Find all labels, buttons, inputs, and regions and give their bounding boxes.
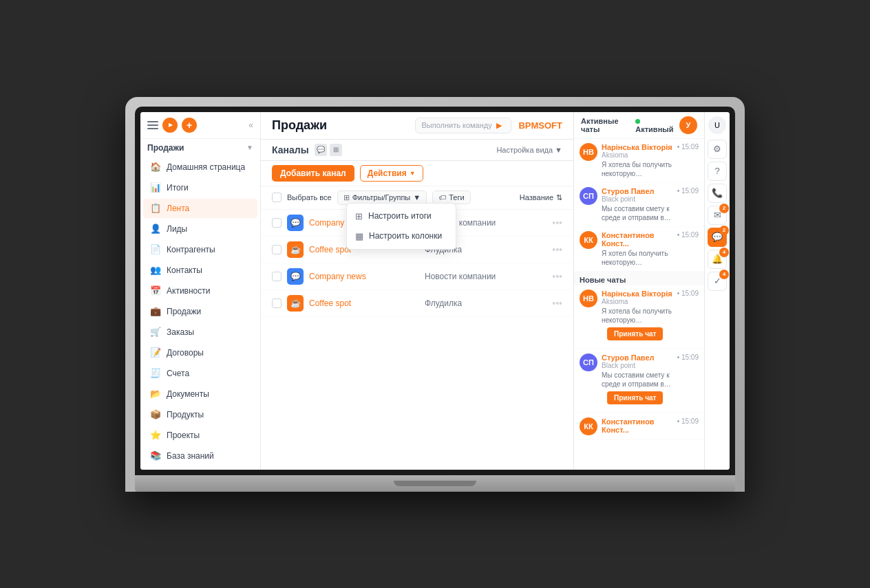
nav-icon-projects: ⭐ bbox=[150, 430, 161, 441]
chat-item[interactable]: НВ Нарінська Вікторія Aksioma Я хотела б… bbox=[574, 139, 704, 183]
new-chat-item[interactable]: СП Стуров Павел Black point Мы составим … bbox=[574, 349, 704, 413]
row-actions[interactable]: ••• bbox=[552, 298, 562, 309]
settings-icon-btn[interactable]: ⚙ bbox=[708, 140, 727, 159]
sidebar-item-products[interactable]: 📦 Продукты bbox=[143, 405, 257, 424]
chat-info: Стуров Павел Black point Мы составим сме… bbox=[602, 187, 673, 222]
hamburger-icon[interactable] bbox=[147, 121, 158, 129]
nav-label-contracts: Договоры bbox=[167, 348, 204, 358]
row-actions[interactable]: ••• bbox=[552, 271, 562, 282]
actions-button[interactable]: Действия ▼ bbox=[360, 165, 423, 182]
select-all-label: Выбрать все bbox=[287, 193, 332, 202]
help-icon-btn[interactable]: ? bbox=[708, 162, 727, 181]
row-actions[interactable]: ••• bbox=[552, 217, 562, 228]
sidebar-item-knowledge[interactable]: 📚 База знаний bbox=[143, 446, 257, 466]
new-chat-name: Стуров Павел bbox=[602, 353, 673, 362]
new-chats-label: Новые чаты bbox=[574, 272, 704, 285]
mail-icon-btn[interactable]: ✉ bbox=[708, 206, 727, 225]
new-chat-time: • 15:09 bbox=[677, 417, 699, 435]
new-chat-time: • 15:09 bbox=[677, 290, 699, 345]
play-button[interactable] bbox=[162, 118, 178, 133]
sidebar-item-feed[interactable]: 📋 Лента bbox=[143, 199, 257, 218]
settings-view-button[interactable]: Настройка вида ▼ bbox=[496, 146, 562, 154]
accept-chat-button[interactable]: Принять чат bbox=[607, 327, 663, 340]
chat-sub-icon[interactable]: 💬 bbox=[315, 144, 327, 156]
sidebar-item-invoices[interactable]: 🧾 Счета bbox=[143, 364, 257, 383]
sidebar-item-projects[interactable]: ⭐ Проекты bbox=[143, 426, 257, 445]
nav-label-contacts: Контакты bbox=[167, 265, 202, 275]
chat-icon-btn[interactable]: 💬 bbox=[708, 228, 727, 247]
nav-label-feed: Лента bbox=[167, 204, 189, 213]
channel-name[interactable]: Coffee spot bbox=[309, 298, 392, 308]
filter-icon: ⊞ bbox=[343, 193, 350, 202]
nav-icon-activities: 📅 bbox=[150, 285, 161, 296]
channel-name[interactable]: Company news bbox=[309, 272, 392, 281]
configure-columns-item[interactable]: ▦ Настроить колонки bbox=[347, 226, 456, 246]
command-input[interactable]: Выполнить команду ▶ bbox=[415, 118, 511, 133]
table-row[interactable]: 💬 Company news Новости компании ••• bbox=[261, 263, 573, 290]
chat-preview: Я хотел бы получить некоторую информацию… bbox=[602, 249, 673, 267]
status-dot bbox=[635, 119, 640, 124]
select-all-checkbox[interactable] bbox=[272, 193, 282, 202]
new-chat-time: • 15:09 bbox=[677, 353, 699, 409]
row-checkbox[interactable] bbox=[272, 272, 282, 281]
sidebar-item-home[interactable]: 🏠 Домашняя страница bbox=[143, 157, 257, 177]
new-chat-preview: Я хотела бы получить некоторую информаци… bbox=[602, 307, 673, 325]
new-chat-preview: Мы составим смету к среде и отправим вам… bbox=[602, 371, 673, 389]
table-row[interactable]: ☕ Coffee spot Флудилка ••• bbox=[261, 290, 573, 317]
chat-company: Black point bbox=[602, 195, 673, 203]
chat-preview: Мы составим смету к среде и отправим вам… bbox=[602, 204, 673, 222]
user-avatar[interactable]: У bbox=[679, 116, 697, 134]
logo-accent: SOFT bbox=[538, 120, 562, 131]
chat-company: Aksioma bbox=[602, 151, 673, 159]
sidebar-item-results[interactable]: 📊 Итоги bbox=[143, 178, 257, 197]
chat-item[interactable]: КК Константинов Конст... Я хотел бы полу… bbox=[574, 227, 704, 272]
icon-bar: U ⚙ ? 📞 ✉ 💬 🔔 ✓ bbox=[704, 112, 730, 470]
add-channel-button[interactable]: Добавить канал bbox=[272, 165, 354, 182]
accept-chat-button[interactable]: Принять чат bbox=[607, 391, 663, 404]
sidebar-item-documents[interactable]: 📂 Документы bbox=[143, 384, 257, 404]
nav-label-documents: Документы bbox=[167, 389, 209, 399]
sidebar-item-sales[interactable]: 💼 Продажи bbox=[143, 302, 257, 321]
nav-label-sales: Продажи bbox=[167, 307, 201, 316]
chat-item[interactable]: СП Стуров Павел Black point Мы составим … bbox=[574, 183, 704, 227]
nav-icon-documents: 📂 bbox=[150, 389, 161, 400]
sidebar: + « Продажи ▼ 🏠 Домашняя страница 📊 Итог… bbox=[140, 112, 261, 470]
configure-totals-item[interactable]: ⊞ Настроить итоги bbox=[347, 206, 456, 226]
sidebar-item-orders[interactable]: 🛒 Заказы bbox=[143, 323, 257, 342]
bell-icon-btn[interactable]: 🔔 bbox=[708, 250, 727, 269]
row-checkbox[interactable] bbox=[272, 218, 282, 228]
page-title: Продажи bbox=[272, 118, 408, 133]
tag-icon: 🏷 bbox=[438, 193, 446, 202]
chat-info: Константинов Конст... Я хотел бы получит… bbox=[602, 231, 673, 267]
sidebar-item-counterparties[interactable]: 📄 Контрагенты bbox=[143, 240, 257, 259]
row-checkbox[interactable] bbox=[272, 298, 282, 308]
new-chat-item[interactable]: НВ Нарінська Вікторія Aksioma Я хотела б… bbox=[574, 285, 704, 349]
user-icon-bar[interactable]: U bbox=[708, 116, 726, 134]
phone-icon-btn[interactable]: 📞 bbox=[708, 184, 727, 203]
sidebar-section-chevron[interactable]: ▼ bbox=[246, 144, 253, 151]
check-icon-btn[interactable]: ✓ bbox=[708, 272, 727, 291]
sort-icon: ⇅ bbox=[556, 193, 562, 202]
sidebar-item-leads[interactable]: 👤 Лиды bbox=[143, 219, 257, 239]
sidebar-item-activities[interactable]: 📅 Активности bbox=[143, 281, 257, 301]
sidebar-item-contracts[interactable]: 📝 Договоры bbox=[143, 343, 257, 362]
grid-sub-icon[interactable]: ⊞ bbox=[330, 144, 342, 156]
chat-avatar: НВ bbox=[580, 143, 597, 161]
nav-icon-sales: 💼 bbox=[150, 306, 161, 317]
plus-button[interactable]: + bbox=[182, 118, 197, 133]
new-chat-avatar: КК bbox=[580, 417, 597, 435]
new-chat-info: Константинов Конст... bbox=[602, 417, 673, 435]
send-icon: ▶ bbox=[496, 121, 502, 130]
chat-time: • 15:09 bbox=[677, 187, 699, 222]
collapse-sidebar-button[interactable]: « bbox=[248, 120, 253, 130]
sidebar-item-contacts[interactable]: 👥 Контакты bbox=[143, 261, 257, 280]
sort-button[interactable]: Название ⇅ bbox=[520, 193, 562, 202]
nav-label-products: Продукты bbox=[167, 410, 204, 420]
new-chat-item[interactable]: КК Константинов Конст... • 15:09 bbox=[574, 413, 704, 440]
nav-label-results: Итоги bbox=[167, 183, 189, 193]
row-actions[interactable]: ••• bbox=[552, 244, 562, 255]
channel-icon: 💬 bbox=[287, 268, 304, 285]
chat-avatar: КК bbox=[580, 231, 597, 249]
nav-icon-invoices: 🧾 bbox=[150, 368, 161, 379]
row-checkbox[interactable] bbox=[272, 245, 282, 254]
